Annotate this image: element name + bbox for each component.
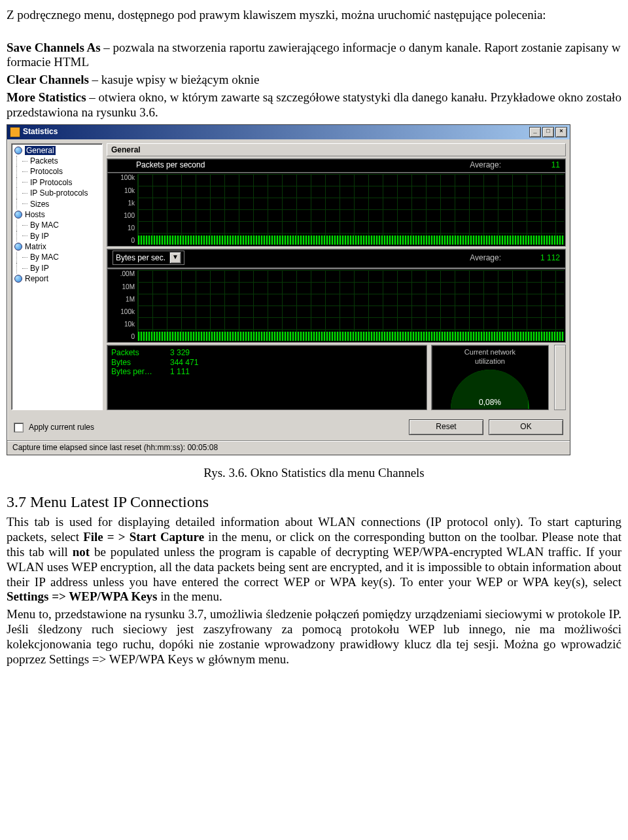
graph2-plot (137, 270, 564, 341)
sphere-icon (14, 147, 22, 154)
graph1-label: Packets per second (136, 160, 470, 169)
sphere-icon (14, 275, 22, 283)
intro-p3: Clear Channels – kasuje wpisy w bieżącym… (7, 73, 621, 88)
maximize-button[interactable]: □ (542, 127, 554, 137)
minimize-button[interactable]: _ (529, 127, 541, 137)
stats-box: Packets3 329 Bytes344 471 Bytes per…1 11… (107, 345, 427, 410)
sphere-icon (14, 243, 22, 251)
tree-item-hosts-mac[interactable]: By MAC (13, 220, 101, 230)
figure-caption: Rys. 3.6. Okno Statistics dla menu Chann… (7, 466, 621, 481)
section-heading: 3.7 Menu Latest IP Connections (7, 493, 621, 512)
app-icon (10, 127, 20, 137)
window-title: Statistics (23, 127, 529, 136)
graph2-header: Bytes per sec. ▼ Average: 1 112 (107, 249, 566, 268)
apply-rules-label: Apply current rules (29, 423, 94, 432)
apply-rules-checkbox[interactable] (14, 423, 24, 432)
tree-item-matrix-ip[interactable]: By IP (13, 263, 101, 273)
section-body1: This tab is used for displaying detailed… (7, 515, 621, 604)
panel-title: General (107, 143, 566, 156)
reset-button[interactable]: Reset (409, 419, 483, 435)
stat-row: Bytes344 471 (111, 358, 423, 367)
gauge-title1: Current network (434, 348, 546, 357)
chevron-down-icon: ▼ (169, 252, 181, 264)
gauge-value: 0,08% (432, 398, 548, 407)
graph1-plot (137, 174, 564, 245)
intro-p2: Save Channels As – pozwala na stworzenia… (7, 41, 621, 71)
close-button[interactable]: × (555, 127, 567, 137)
graph1-header: Packets per second Average: 11 (107, 158, 566, 172)
main-panel: General Packets per second Average: 11 1… (107, 143, 566, 411)
graph2-avg-value: 1 112 (527, 253, 560, 262)
tree-item-report[interactable]: Report (13, 273, 101, 284)
tree-item-ip-protocols[interactable]: IP Protocols (13, 177, 101, 188)
tree-item-protocols[interactable]: Protocols (13, 166, 101, 177)
graph2-metric-dropdown[interactable]: Bytes per sec. ▼ (113, 251, 184, 265)
graph1-avg-label: Average: (470, 160, 501, 169)
tree-item-general[interactable]: General (13, 145, 101, 156)
graph1-avg-value: 11 (527, 160, 560, 169)
titlebar[interactable]: Statistics _ □ × (7, 125, 570, 139)
ok-button[interactable]: OK (489, 419, 563, 435)
stat-row: Packets3 329 (111, 348, 423, 357)
statusbar: Capture time elapsed since last reset (h… (7, 440, 570, 454)
graph2: .00M 10M 1M 100k 10k 0 (107, 268, 566, 343)
graph2-yaxis: .00M 10M 1M 100k 10k 0 (107, 269, 137, 342)
intro-p4: More Statistics – otwiera okno, w którym… (7, 90, 621, 120)
graph1: 100k 10k 1k 100 10 0 (107, 172, 566, 247)
tree-item-packets[interactable]: Packets (13, 156, 101, 166)
intro-p1: Z podręcznego menu, dostępnego pod prawy… (7, 8, 621, 23)
graph1-yaxis: 100k 10k 1k 100 10 0 (107, 173, 137, 246)
tree-item-ip-subprotocols[interactable]: IP Sub-protocols (13, 188, 101, 198)
section-body2: Menu to, przedstawione na rysunku 3.7, u… (7, 607, 621, 667)
dialog-footer: Apply current rules Reset OK (7, 414, 570, 440)
statistics-window: Statistics _ □ × General Packets Protoco… (7, 124, 570, 455)
gauge-box: Current network utilization 0,08% (431, 345, 549, 410)
tree-item-hosts-ip[interactable]: By IP (13, 231, 101, 241)
tree-item-matrix-mac[interactable]: By MAC (13, 252, 101, 262)
tree-item-hosts[interactable]: Hosts (13, 209, 101, 220)
sphere-icon (14, 211, 22, 219)
vertical-scrollbar[interactable] (554, 345, 566, 410)
stat-row: Bytes per…1 111 (111, 367, 423, 376)
nav-tree[interactable]: General Packets Protocols IP Protocols I… (11, 143, 103, 411)
graph2-avg-label: Average: (470, 253, 501, 262)
tree-item-matrix[interactable]: Matrix (13, 241, 101, 252)
gauge-title2: utilization (434, 357, 546, 366)
tree-item-sizes[interactable]: Sizes (13, 199, 101, 209)
